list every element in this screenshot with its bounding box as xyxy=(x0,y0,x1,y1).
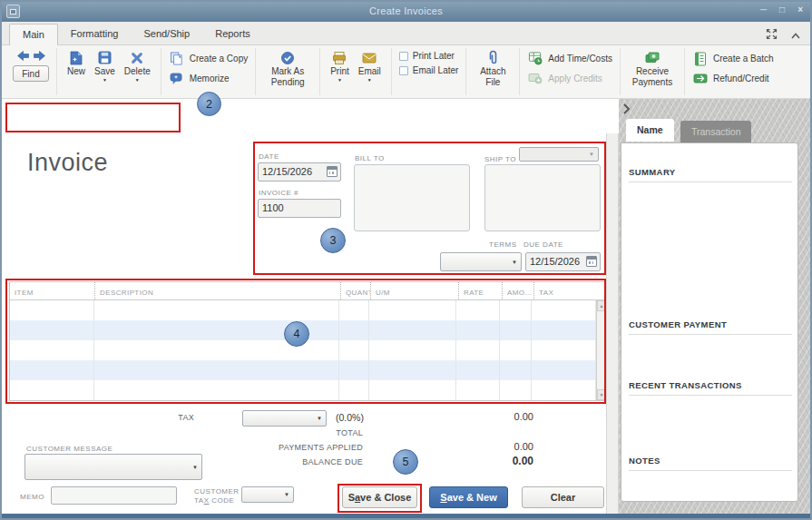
table-cell[interactable] xyxy=(10,300,94,320)
terms-dropdown[interactable]: ▼ xyxy=(440,252,522,271)
calendar-icon[interactable] xyxy=(327,166,338,177)
tab-send-ship[interactable]: Send/Ship xyxy=(131,24,202,44)
table-cell[interactable] xyxy=(532,380,596,400)
table-row[interactable] xyxy=(10,360,596,380)
table-cell[interactable] xyxy=(94,360,339,380)
table-cell[interactable] xyxy=(456,340,500,360)
table-cell[interactable] xyxy=(456,320,500,340)
print-button[interactable]: Print ▼ xyxy=(326,49,354,83)
table-cell[interactable] xyxy=(456,360,500,380)
table-scrollbar[interactable]: ▲ ▼ xyxy=(596,300,606,400)
table-cell[interactable] xyxy=(456,380,500,400)
table-cell[interactable] xyxy=(532,340,596,360)
table-cell[interactable] xyxy=(532,320,596,340)
table-cell[interactable] xyxy=(500,340,532,360)
panel-tab-transaction[interactable]: Transaction xyxy=(680,121,751,143)
table-cell[interactable] xyxy=(94,380,339,400)
tab-reports[interactable]: Reports xyxy=(202,24,263,44)
table-cell[interactable] xyxy=(369,380,457,400)
scroll-up-icon[interactable]: ▲ xyxy=(597,300,606,311)
receive-payments-button[interactable]: Receive Payments xyxy=(626,49,679,88)
ship-to-box[interactable] xyxy=(484,164,601,231)
email-button[interactable]: Email ▼ xyxy=(354,49,386,83)
print-later-checkbox[interactable] xyxy=(399,52,408,61)
create-copy-button[interactable]: Create a Copy xyxy=(169,51,248,66)
bill-to-box[interactable] xyxy=(354,164,470,231)
table-cell[interactable] xyxy=(10,320,94,340)
table-cell[interactable] xyxy=(339,380,369,400)
add-time-costs-button[interactable]: Add Time/Costs xyxy=(527,51,612,66)
new-button[interactable]: New xyxy=(63,49,90,78)
table-cell[interactable] xyxy=(532,360,596,380)
table-cell[interactable] xyxy=(339,340,369,360)
panel-tab-name[interactable]: Name xyxy=(626,119,674,142)
date-field[interactable]: 12/15/2026 xyxy=(258,162,341,182)
apply-credits-button[interactable]: Apply Credits xyxy=(527,71,612,86)
mark-as-pending-button[interactable]: Mark As Pending xyxy=(261,49,314,88)
save-dropdown-caret[interactable]: ▼ xyxy=(103,78,107,82)
collapse-ribbon-icon[interactable] xyxy=(790,27,801,44)
table-cell[interactable] xyxy=(339,320,369,340)
table-cell[interactable] xyxy=(10,380,94,400)
delete-button[interactable]: Delete ▼ xyxy=(120,49,155,83)
table-cell[interactable] xyxy=(10,360,94,380)
table-row[interactable] xyxy=(10,300,596,320)
email-dropdown-caret[interactable]: ▼ xyxy=(367,78,372,82)
customer-tax-code-dropdown[interactable]: ▼ xyxy=(241,486,294,503)
print-later-option[interactable]: Print Later xyxy=(399,51,459,61)
invoice-number-label: INVOICE # xyxy=(259,189,298,197)
refund-credit-button[interactable]: Refund/Credit xyxy=(692,71,774,86)
forward-arrow-icon[interactable] xyxy=(34,51,45,63)
table-cell[interactable] xyxy=(500,320,532,340)
find-button[interactable]: Find xyxy=(13,65,49,82)
callout-3: 3 xyxy=(320,228,346,253)
table-cell[interactable] xyxy=(369,340,457,360)
due-date-field[interactable]: 12/15/2026 xyxy=(525,252,601,271)
table-cell[interactable] xyxy=(500,380,532,400)
tab-main[interactable]: Main xyxy=(9,24,58,45)
table-cell[interactable] xyxy=(500,360,532,380)
print-dropdown-caret[interactable]: ▼ xyxy=(338,78,342,82)
table-cell[interactable] xyxy=(10,340,94,360)
ship-to-dropdown[interactable]: ▼ xyxy=(519,147,599,162)
table-cell[interactable] xyxy=(339,300,369,320)
customer-message-label: CUSTOMER MESSAGE xyxy=(26,445,113,453)
table-row[interactable] xyxy=(10,380,596,400)
memorize-button[interactable]: Memorize xyxy=(169,71,248,86)
save-button[interactable]: Save ▼ xyxy=(90,49,120,83)
save-close-button[interactable]: Save & Close xyxy=(342,486,417,508)
attach-file-button[interactable]: Attach File xyxy=(472,49,514,88)
table-cell[interactable] xyxy=(369,320,457,340)
table-cell[interactable] xyxy=(369,360,457,380)
email-later-checkbox[interactable] xyxy=(399,66,408,75)
scroll-down-icon[interactable]: ▼ xyxy=(597,389,606,400)
table-cell[interactable] xyxy=(369,300,457,320)
fullscreen-icon[interactable] xyxy=(766,27,778,44)
calendar-icon[interactable] xyxy=(586,256,597,267)
close-button[interactable]: × xyxy=(797,5,803,15)
column-header: DESCRIPTION xyxy=(94,282,340,299)
create-invoices-window: Create Invoices ─ □ × Main Formatting Se… xyxy=(0,0,812,520)
table-cell[interactable] xyxy=(500,300,532,320)
memo-field[interactable] xyxy=(51,486,177,505)
delete-dropdown-caret[interactable]: ▼ xyxy=(135,78,140,82)
column-header: U/M xyxy=(370,282,458,299)
customer-message-dropdown[interactable]: ▼ xyxy=(24,454,202,480)
create-batch-button[interactable]: Create a Batch xyxy=(692,51,774,66)
back-arrow-icon[interactable] xyxy=(17,51,29,63)
bill-to-label: BILL TO xyxy=(355,154,385,162)
minimize-button[interactable]: ─ xyxy=(760,5,767,15)
panel-splitter[interactable] xyxy=(606,133,619,514)
table-cell[interactable] xyxy=(94,300,339,320)
email-later-option[interactable]: Email Later xyxy=(399,65,459,75)
maximize-button[interactable]: □ xyxy=(779,5,785,15)
panel-collapse-icon[interactable] xyxy=(621,103,632,119)
invoice-number-field[interactable]: 1100 xyxy=(258,199,341,218)
table-cell[interactable] xyxy=(456,300,500,320)
tab-formatting[interactable]: Formatting xyxy=(58,24,132,44)
save-new-button[interactable]: Save & New xyxy=(429,486,508,508)
tax-dropdown[interactable]: ▼ xyxy=(242,410,327,427)
table-cell[interactable] xyxy=(339,360,369,380)
table-cell[interactable] xyxy=(532,300,596,320)
clear-button[interactable]: Clear xyxy=(522,486,604,508)
